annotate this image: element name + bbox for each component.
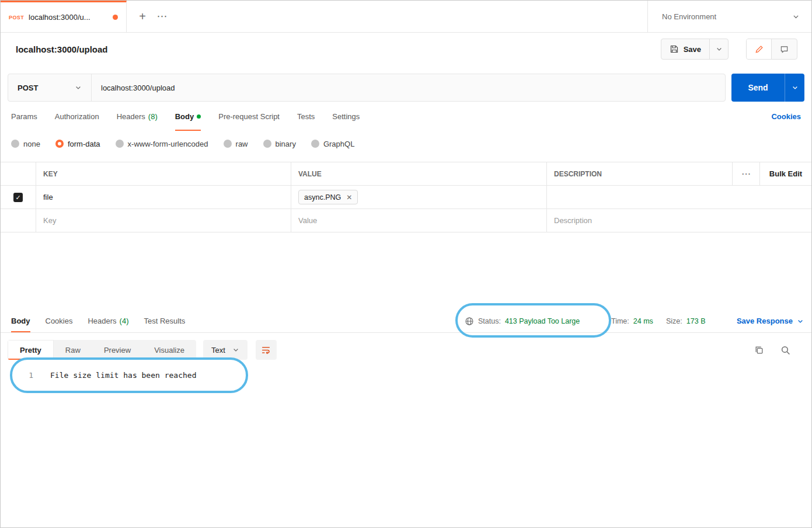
side-panel-buttons <box>746 39 797 60</box>
size-label: Size: <box>666 317 682 325</box>
body-has-content-dot <box>197 114 201 119</box>
tab-headers[interactable]: Headers(8) <box>117 102 158 131</box>
response-view-switcher: Pretty Raw Preview Visualize <box>8 340 196 360</box>
size-value: 173 B <box>686 317 706 325</box>
description-input[interactable] <box>554 216 804 225</box>
response-tab-cookies[interactable]: Cookies <box>46 310 73 332</box>
response-tabs: Body Cookies Headers(4) Test Results <box>11 310 185 332</box>
radio-icon <box>11 140 19 148</box>
mode-binary[interactable]: binary <box>263 140 296 148</box>
chevron-down-icon <box>75 84 82 91</box>
table-header-row: KEY VALUE DESCRIPTION ⋯ Bulk Edit <box>1 162 811 186</box>
cookies-link[interactable]: Cookies <box>771 112 801 121</box>
key-input[interactable] <box>43 193 284 202</box>
environment-selector[interactable]: No Environment <box>647 1 811 32</box>
remove-file-icon[interactable]: ✕ <box>346 194 352 201</box>
response-tab-body[interactable]: Body <box>11 310 30 332</box>
row-checkbox-checked[interactable]: ✓ <box>13 193 23 202</box>
radio-icon <box>224 140 232 148</box>
tab-options-icon[interactable]: ⋯ <box>152 1 172 32</box>
radio-icon <box>311 140 319 148</box>
url-input[interactable] <box>92 74 725 101</box>
save-button-group: Save <box>661 39 729 60</box>
edit-documentation-button[interactable] <box>747 39 772 59</box>
method-selector[interactable]: POST <box>8 74 92 101</box>
mode-raw[interactable]: raw <box>224 140 248 148</box>
response-body[interactable]: 1 File size limit has been reached <box>1 360 811 391</box>
tab-body[interactable]: Body <box>175 102 201 131</box>
wrap-text-button[interactable] <box>256 340 277 360</box>
mode-none[interactable]: none <box>11 140 40 148</box>
send-button[interactable]: Send <box>731 74 785 102</box>
value-column-header: VALUE <box>291 162 546 185</box>
view-visualize[interactable]: Visualize <box>142 340 196 360</box>
response-header: Body Cookies Headers(4) Test Results Sta… <box>1 310 811 333</box>
headers-count: (8) <box>148 112 158 121</box>
key-input[interactable] <box>43 216 284 225</box>
time-label: Time: <box>611 317 629 325</box>
tab-authorization[interactable]: Authorization <box>55 102 99 131</box>
url-bar: POST <box>8 74 726 102</box>
wrap-text-icon <box>261 345 271 355</box>
radio-icon <box>116 140 124 148</box>
response-headers-count: (4) <box>120 317 129 325</box>
tab-params[interactable]: Params <box>11 102 37 131</box>
radio-selected-icon <box>55 140 64 148</box>
save-button[interactable]: Save <box>661 39 709 59</box>
postman-app: POST localhost:3000/u... + ⋯ No Environm… <box>0 0 812 528</box>
radio-icon <box>263 140 271 148</box>
column-options-icon[interactable]: ⋯ <box>732 162 759 185</box>
view-preview[interactable]: Preview <box>92 340 142 360</box>
comments-button[interactable] <box>772 39 797 59</box>
copy-response-button[interactable] <box>754 345 764 355</box>
description-cell <box>546 186 811 209</box>
key-cell <box>36 186 291 209</box>
environment-label: No Environment <box>662 12 716 21</box>
response-section: Body Cookies Headers(4) Test Results Sta… <box>1 310 811 391</box>
tab-pre-request-script[interactable]: Pre-request Script <box>218 102 280 131</box>
format-selector[interactable]: Text <box>203 340 248 360</box>
table-row: ✓ async.PNG ✕ <box>1 186 811 209</box>
network-globe-icon <box>465 317 474 326</box>
save-options-button[interactable] <box>709 39 728 59</box>
request-title-row: localhost:3000/upload Save <box>1 33 811 65</box>
request-tabs: Params Authorization Headers(8) Body Pre… <box>1 102 811 131</box>
bulk-edit-button[interactable]: Bulk Edit <box>759 162 811 185</box>
send-options-button[interactable] <box>785 74 804 102</box>
tab-tests[interactable]: Tests <box>297 102 315 131</box>
comment-icon <box>780 45 789 54</box>
response-tools <box>754 345 803 355</box>
description-input[interactable] <box>554 193 804 202</box>
search-response-button[interactable] <box>780 345 790 355</box>
tab-method-label: POST <box>9 15 24 20</box>
description-cell <box>546 209 811 232</box>
request-file-tab[interactable]: POST localhost:3000/u... <box>1 1 127 32</box>
chevron-down-icon <box>797 318 804 325</box>
status-value: 413 Payload Too Large <box>505 317 580 325</box>
time-value: 24 ms <box>633 317 653 325</box>
chevron-down-icon <box>792 13 800 20</box>
response-tab-test-results[interactable]: Test Results <box>144 310 186 332</box>
search-icon <box>780 345 790 355</box>
new-tab-button[interactable]: + <box>133 1 152 32</box>
save-label: Save <box>684 45 701 54</box>
value-input[interactable] <box>298 216 539 225</box>
mode-x-www-form-urlencoded[interactable]: x-www-form-urlencoded <box>116 140 208 148</box>
mode-graphql[interactable]: GraphQL <box>311 140 354 148</box>
file-chip-name: async.PNG <box>304 193 341 202</box>
body-mode-row: none form-data x-www-form-urlencoded raw… <box>1 131 811 157</box>
view-raw[interactable]: Raw <box>54 340 92 360</box>
response-text: File size limit has been reached <box>33 369 196 382</box>
unsaved-changes-dot <box>113 15 118 20</box>
url-row: POST Send <box>8 74 804 102</box>
chevron-down-icon <box>232 346 239 353</box>
value-cell <box>291 209 546 232</box>
response-tab-headers[interactable]: Headers(4) <box>88 310 128 332</box>
response-toolbar: Pretty Raw Preview Visualize Text <box>8 340 803 360</box>
tab-settings[interactable]: Settings <box>332 102 360 131</box>
view-pretty[interactable]: Pretty <box>8 340 54 360</box>
mode-form-data[interactable]: form-data <box>55 140 100 148</box>
value-cell: async.PNG ✕ <box>291 186 546 209</box>
row-checkbox-cell <box>1 209 36 232</box>
save-response-button[interactable]: Save Response <box>737 310 804 332</box>
